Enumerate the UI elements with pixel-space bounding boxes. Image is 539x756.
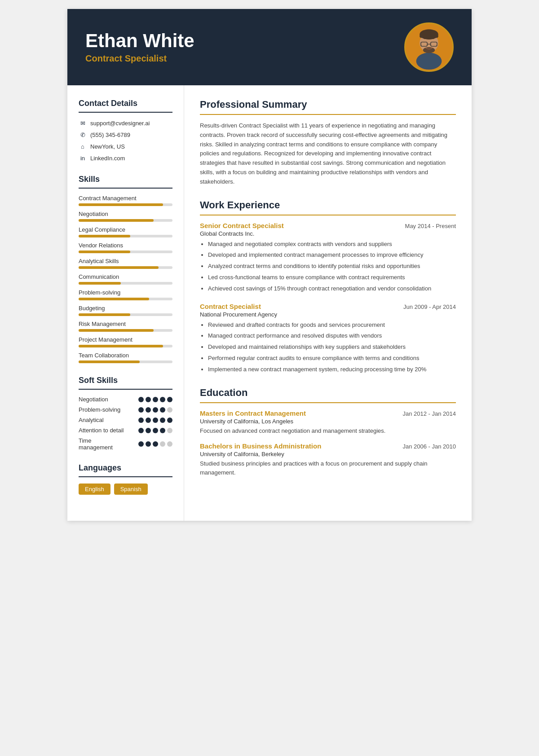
candidate-title: Contract Specialist <box>85 53 194 64</box>
job-bullet: Achieved cost savings of 15% through con… <box>208 284 456 294</box>
dot-filled <box>167 397 172 402</box>
soft-skill-item: Attention to detail <box>79 427 172 434</box>
skill-bar-fill <box>79 345 163 347</box>
skill-bar-bg <box>79 266 172 269</box>
job-bullet: Developed and implemented contract manag… <box>208 251 456 260</box>
job-item: Senior Contract Specialist May 2014 - Pr… <box>200 222 456 294</box>
edu-date: Jan 2006 - Jan 2010 <box>402 443 456 450</box>
soft-skill-name: Time management <box>79 437 113 451</box>
skill-name: Negotiation <box>79 211 172 217</box>
languages-section: Languages EnglishSpanish <box>79 463 172 495</box>
language-tags: EnglishSpanish <box>79 483 172 495</box>
dot-filled <box>146 407 151 413</box>
dot-filled <box>138 441 144 447</box>
education-title: Education <box>200 387 456 399</box>
header-left: Ethan White Contract Specialist <box>85 31 194 63</box>
edu-school: University of California, Los Angeles <box>200 418 456 425</box>
skill-bar-bg <box>79 345 172 347</box>
job-date: May 2014 - Present <box>405 223 456 229</box>
job-header: Senior Contract Specialist May 2014 - Pr… <box>200 222 456 229</box>
work-section: Work Experience Senior Contract Speciali… <box>200 199 456 374</box>
skill-bar-fill <box>79 266 159 269</box>
svg-rect-4 <box>420 35 438 38</box>
dot-empty <box>167 441 172 447</box>
skill-bar-fill <box>79 313 130 316</box>
skill-bar-bg <box>79 203 172 206</box>
dot-filled <box>160 428 165 433</box>
dot-filled <box>160 407 165 413</box>
svg-point-8 <box>423 47 435 53</box>
edu-header: Masters in Contract Management Jan 2012 … <box>200 409 456 417</box>
location-text: NewYork, US <box>90 143 125 150</box>
job-header: Contract Specialist Jun 2009 - Apr 2014 <box>200 303 456 310</box>
job-bullet: Implemented a new contract management sy… <box>208 365 456 374</box>
skill-bar-fill <box>79 282 121 285</box>
dot-filled <box>167 418 172 423</box>
skill-item: Contract Management <box>79 195 172 206</box>
soft-skills-title: Soft Skills <box>79 376 172 385</box>
edu-header: Bachelors in Business Administration Jan… <box>200 442 456 450</box>
job-date: Jun 2009 - Apr 2014 <box>403 303 456 310</box>
skill-bar-bg <box>79 282 172 285</box>
skill-name: Contract Management <box>79 195 172 202</box>
skill-bar-bg <box>79 219 172 222</box>
skill-bar-bg <box>79 360 172 363</box>
job-bullet: Managed and negotiated complex contracts… <box>208 240 456 249</box>
skill-item: Project Management <box>79 336 172 347</box>
svg-point-1 <box>416 53 442 70</box>
skill-name: Legal Compliance <box>79 226 172 233</box>
skills-title: Skills <box>79 175 172 184</box>
contact-divider <box>79 112 172 113</box>
edu-degree: Bachelors in Business Administration <box>200 442 321 450</box>
dot-filled <box>138 397 144 402</box>
skill-bar-fill <box>79 298 149 300</box>
linkedin-text: LinkedIn.com <box>90 155 125 162</box>
education-divider <box>200 402 456 403</box>
skill-bar-fill <box>79 251 130 253</box>
dot-filled <box>153 407 158 413</box>
dot-filled <box>160 397 165 402</box>
dot-filled <box>138 407 144 413</box>
skill-name: Communication <box>79 273 172 280</box>
home-icon: ⌂ <box>79 142 87 150</box>
soft-skill-name: Attention to detail <box>79 427 124 434</box>
soft-skill-item: Analytical <box>79 417 172 423</box>
skill-bar-bg <box>79 329 172 332</box>
contact-email: ✉ support@cvdesigner.ai <box>79 119 172 127</box>
dot-filled <box>146 441 151 447</box>
edu-desc: Focused on advanced contract negotiation… <box>200 426 456 435</box>
contact-location: ⌂ NewYork, US <box>79 142 172 150</box>
skill-bar-bg <box>79 313 172 316</box>
skill-bar-bg <box>79 235 172 237</box>
dot-filled <box>146 418 151 423</box>
dot-filled <box>160 418 165 423</box>
dot-filled <box>153 397 158 402</box>
skill-name: Risk Management <box>79 321 172 327</box>
job-bullet: Analyzed contract terms and conditions t… <box>208 262 456 271</box>
main-content: Professional Summary Results-driven Cont… <box>184 85 472 521</box>
edu-date: Jan 2012 - Jan 2014 <box>402 410 456 417</box>
job-bullet: Developed and maintained relationships w… <box>208 343 456 352</box>
soft-skill-name: Problem-solving <box>79 406 120 413</box>
soft-skill-item: Time management <box>79 437 172 451</box>
skill-item: Risk Management <box>79 321 172 332</box>
languages-divider <box>79 476 172 477</box>
dot-empty <box>160 441 165 447</box>
skill-bar-fill <box>79 219 154 222</box>
skill-item: Negotiation <box>79 211 172 222</box>
dot-filled <box>153 418 158 423</box>
job-bullets: Managed and negotiated complex contracts… <box>200 240 456 294</box>
soft-skills-section: Soft Skills Negotiation Problem-solving … <box>79 376 172 451</box>
contact-title: Contact Details <box>79 99 172 108</box>
candidate-photo <box>404 22 454 72</box>
linkedin-icon: in <box>79 154 87 162</box>
work-title: Work Experience <box>200 199 456 211</box>
language-tag: Spanish <box>114 483 148 495</box>
languages-title: Languages <box>79 463 172 473</box>
dot-filled <box>146 397 151 402</box>
skill-dots <box>138 428 172 433</box>
summary-divider <box>200 114 456 115</box>
skill-item: Team Collaboration <box>79 352 172 363</box>
job-bullets: Reviewed and drafted contracts for goods… <box>200 321 456 374</box>
skill-name: Project Management <box>79 336 172 343</box>
